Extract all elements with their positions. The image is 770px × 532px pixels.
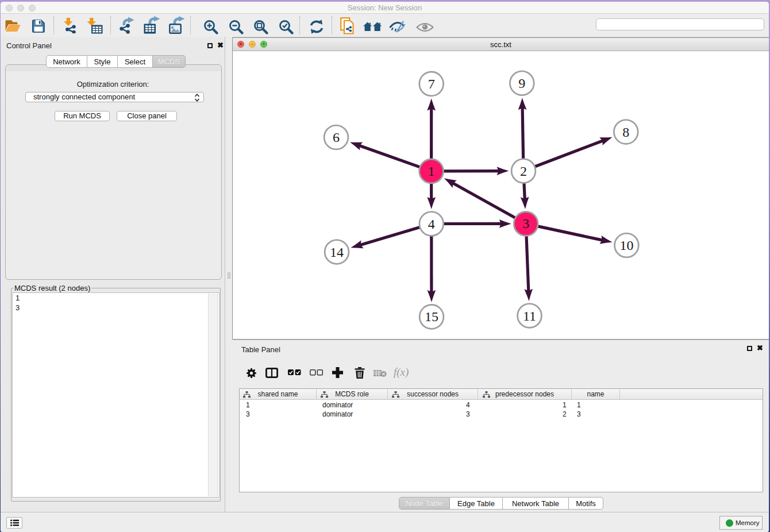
svg-text:4: 4 <box>428 217 435 232</box>
svg-text:14: 14 <box>330 245 344 260</box>
svg-text:3: 3 <box>522 216 529 231</box>
svg-text:11: 11 <box>523 309 536 323</box>
svg-text:2: 2 <box>520 164 527 179</box>
svg-text:15: 15 <box>425 309 438 324</box>
svg-text:7: 7 <box>428 76 435 91</box>
svg-text:10: 10 <box>619 238 633 253</box>
svg-text:8: 8 <box>622 125 629 140</box>
svg-text:1: 1 <box>428 164 435 179</box>
svg-text:9: 9 <box>518 76 525 91</box>
svg-text:6: 6 <box>333 130 340 145</box>
